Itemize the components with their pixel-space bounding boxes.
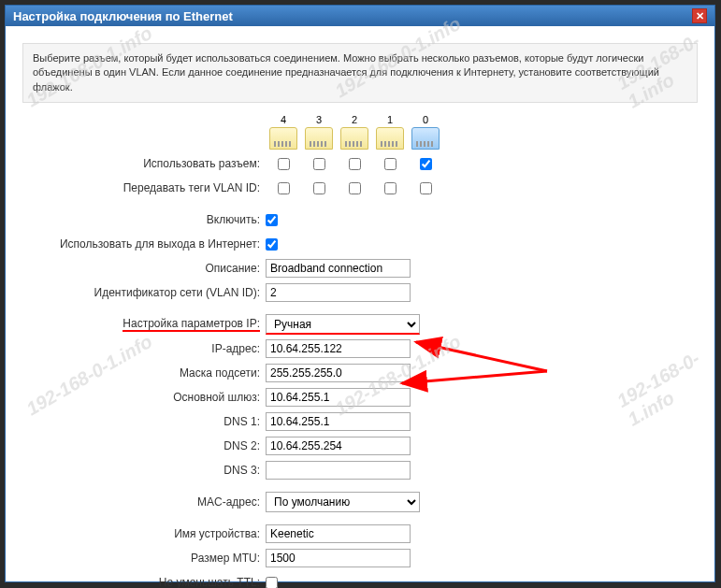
label-mac: MAC-адрес:	[22, 495, 266, 509]
vlan-port-4[interactable]	[278, 182, 290, 194]
info-box: Выберите разъем, который будет использов…	[22, 43, 698, 103]
ip-input[interactable]	[266, 339, 411, 358]
vlan-port-2[interactable]	[349, 182, 361, 194]
label-ttl: Не уменьшать TTL:	[22, 576, 266, 588]
gateway-input[interactable]	[266, 388, 411, 407]
use-port-1[interactable]	[384, 158, 397, 170]
use-port-3[interactable]	[313, 158, 325, 170]
use-port-0[interactable]	[420, 158, 432, 170]
label-use-port: Использовать разъем:	[22, 157, 266, 170]
use-port-2[interactable]	[349, 158, 361, 170]
label-mtu: Размер MTU:	[22, 552, 266, 565]
ttl-checkbox[interactable]	[266, 577, 278, 588]
ipmode-select[interactable]: Ручная	[266, 314, 420, 335]
port-label-4: 4	[281, 114, 286, 125]
label-dns2: DNS 2:	[22, 439, 266, 452]
vlanid-input[interactable]	[266, 283, 411, 302]
port-label-2: 2	[352, 114, 357, 125]
label-description: Описание:	[22, 262, 266, 275]
label-ipmode: Настройка параметров IP:	[22, 317, 266, 332]
vlan-port-3[interactable]	[313, 182, 325, 194]
label-vlanid: Идентификатор сети (VLAN ID):	[22, 286, 266, 299]
titlebar: Настройка подключения по Ethernet ✕	[6, 6, 714, 26]
label-internet: Использовать для выхода в Интернет:	[22, 237, 266, 251]
vlan-port-0[interactable]	[420, 182, 432, 194]
window-title: Настройка подключения по Ethernet	[13, 9, 233, 23]
port-icon-1[interactable]	[376, 127, 404, 150]
enable-checkbox[interactable]	[266, 214, 278, 226]
label-ip: IP-адрес:	[22, 342, 266, 355]
close-icon: ✕	[696, 10, 704, 22]
port-icon-4[interactable]	[269, 127, 297, 150]
mac-select[interactable]: По умолчанию	[266, 492, 420, 512]
port-icon-3[interactable]	[305, 127, 333, 150]
dns1-input[interactable]	[266, 412, 411, 431]
port-icon-2[interactable]	[340, 127, 368, 150]
mtu-input[interactable]	[266, 549, 411, 567]
label-hostname: Имя устройства:	[22, 527, 266, 540]
port-label-1: 1	[387, 114, 393, 125]
label-vlan-tag: Передавать теги VLAN ID:	[22, 181, 266, 194]
port-icon-0[interactable]	[411, 127, 440, 150]
label-enable: Включить:	[22, 213, 266, 226]
dns3-input[interactable]	[266, 461, 411, 480]
use-port-4[interactable]	[278, 158, 290, 170]
description-input[interactable]	[266, 259, 411, 278]
port-label-0: 0	[423, 114, 428, 125]
mask-input[interactable]	[266, 364, 411, 382]
port-label-3: 3	[316, 114, 322, 125]
vlan-port-1[interactable]	[384, 182, 397, 194]
dns2-input[interactable]	[266, 437, 411, 455]
label-gateway: Основной шлюз:	[22, 391, 266, 404]
hostname-input[interactable]	[266, 524, 411, 543]
close-button[interactable]: ✕	[692, 8, 707, 23]
internet-checkbox[interactable]	[266, 238, 278, 251]
dialog-window: Настройка подключения по Ethernet ✕ Выбе…	[5, 5, 715, 582]
label-dns1: DNS 1:	[22, 415, 266, 428]
label-dns3: DNS 3:	[22, 464, 266, 477]
label-mask: Маска подсети:	[22, 366, 266, 380]
